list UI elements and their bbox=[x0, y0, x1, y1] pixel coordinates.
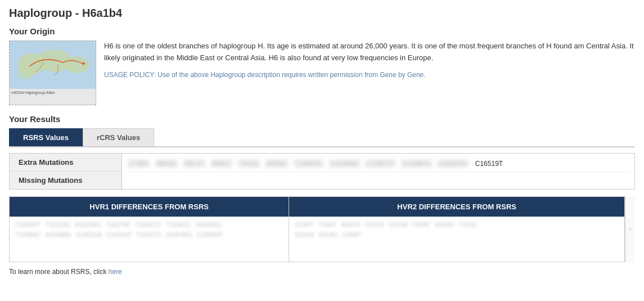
extra-val-6: 8503G bbox=[264, 159, 289, 168]
origin-description: H6 is one of the oldest branches of hapl… bbox=[104, 41, 635, 64]
hvr1-v7: A16482G bbox=[196, 221, 222, 228]
tabs-container: RSRS Values rCRS Values bbox=[9, 128, 635, 146]
results-section-title: Your Results bbox=[9, 114, 635, 124]
hvr2-v1: C195T bbox=[295, 221, 313, 228]
missing-mutations-values bbox=[127, 172, 630, 187]
page-title: Haplogroup - H6a1b4 bbox=[9, 7, 635, 20]
origin-section-title: Your Origin bbox=[9, 26, 635, 36]
extra-mutations-label: Extra Mutations bbox=[10, 154, 121, 172]
footer-text: To learn more about RSRS, click bbox=[9, 268, 106, 276]
mutations-table: Extra Mutations Missing Mutations 1738A … bbox=[9, 153, 635, 190]
hvr2-content: C195T T204C A247G C522A G523A T489C A263… bbox=[289, 217, 624, 262]
extra-val-9: C14872T bbox=[364, 159, 397, 168]
hvr1-v1: C16069T bbox=[15, 221, 40, 228]
hvr1-row-2: T16484C A16488G G16521A C16524T T16527C … bbox=[15, 231, 283, 238]
mutations-values: 1738A 3842G 4917C 6081T 7243A 8503G T106… bbox=[122, 154, 634, 189]
hvr2-v6: T489C bbox=[412, 221, 431, 228]
hvr1-v10: G16521A bbox=[76, 231, 102, 238]
hvr2-v5: G523A bbox=[388, 221, 407, 228]
hvr1-v8: T16484C bbox=[15, 231, 40, 238]
extra-mutations-values: 1738A 3842G 4917C 6081T 7243A 8503G T106… bbox=[127, 156, 630, 172]
hvr1-v3: A16230G bbox=[75, 221, 101, 228]
hvr2-v9: G316A bbox=[295, 231, 314, 238]
extra-val-7: T10663C bbox=[292, 159, 325, 168]
extra-val-visible: C16519T bbox=[473, 159, 505, 168]
hvr1-v5: C16311T bbox=[136, 221, 161, 228]
origin-section: Your Origin bbox=[9, 26, 635, 105]
hvr1-v9: A16488G bbox=[45, 231, 71, 238]
hvr2-block: HVR2 DIFFERENCES FROM RSRS C195T T204C A… bbox=[289, 196, 625, 262]
hvr2-v4: C522A bbox=[365, 221, 384, 228]
mutation-labels: Extra Mutations Missing Mutations bbox=[10, 154, 122, 189]
hvr1-v13: A16548G bbox=[166, 231, 192, 238]
hvr2-v11: C408T bbox=[343, 231, 361, 238]
hvr2-v3: A247G bbox=[341, 221, 360, 228]
extra-val-1: 1738A bbox=[127, 159, 151, 168]
hvr2-v10: A318G bbox=[319, 231, 338, 238]
extra-val-4: 6081T bbox=[210, 159, 233, 168]
hvr2-v8: T310C bbox=[459, 221, 478, 228]
hvr1-header: HVR1 DIFFERENCES FROM RSRS bbox=[10, 197, 289, 217]
tab-rcrs[interactable]: rCRS Values bbox=[83, 128, 154, 146]
usage-policy: USAGE POLICY: Use of the above Haplogrou… bbox=[104, 70, 635, 80]
hvr2-v2: T204C bbox=[318, 221, 336, 228]
missing-empty bbox=[127, 176, 128, 183]
hvr2-v7: A263G bbox=[435, 221, 454, 228]
extra-val-2: 3842G bbox=[154, 159, 179, 168]
hvr1-row-1: C16069T T16126C A16230G T16278C C16311T … bbox=[15, 221, 283, 228]
hvr2-row-1: C195T T204C A247G C522A G523A T489C A263… bbox=[295, 221, 619, 228]
origin-content: mtDNA Haplogroup Atlas H6 is one of the … bbox=[9, 41, 635, 105]
svg-point-3 bbox=[65, 56, 89, 73]
extra-val-10: G15987A bbox=[400, 159, 433, 168]
hvr2-row-2: G316A A318G C408T bbox=[295, 231, 619, 238]
extra-val-5: 7243A bbox=[237, 159, 261, 168]
hvr-overflow-indicator: › bbox=[625, 196, 635, 262]
hvr1-v2: T16126C bbox=[45, 221, 70, 228]
missing-mutations-label: Missing Mutations bbox=[10, 172, 121, 189]
origin-text: H6 is one of the oldest branches of hapl… bbox=[104, 41, 635, 80]
page-container: Haplogroup - H6a1b4 Your Origin bbox=[0, 0, 644, 282]
tab-divider bbox=[9, 146, 635, 147]
hvr1-v4: T16278C bbox=[106, 221, 131, 228]
extra-val-8: A12345G bbox=[328, 159, 361, 168]
map-graphic bbox=[10, 41, 96, 89]
hvr-section: HVR1 DIFFERENCES FROM RSRS C16069T T1612… bbox=[9, 196, 635, 262]
footer-link[interactable]: here bbox=[109, 268, 122, 276]
hvr1-block: HVR1 DIFFERENCES FROM RSRS C16069T T1612… bbox=[9, 196, 289, 262]
footer-note: To learn more about RSRS, click here bbox=[9, 268, 635, 276]
mutations-row: Extra Mutations Missing Mutations 1738A … bbox=[10, 154, 634, 189]
hvr1-v6: T16362C bbox=[166, 221, 191, 228]
tab-rsrs[interactable]: RSRS Values bbox=[9, 128, 83, 146]
results-section: Your Results RSRS Values rCRS Values Ext… bbox=[9, 114, 635, 276]
svg-point-4 bbox=[18, 65, 35, 79]
extra-val-11: A16203G bbox=[436, 159, 470, 168]
hvr1-content: C16069T T16126C A16230G T16278C C16311T … bbox=[10, 217, 289, 262]
hvr1-v11: C16524T bbox=[106, 231, 132, 238]
map-image: mtDNA Haplogroup Atlas bbox=[9, 41, 96, 105]
overflow-arrow: › bbox=[629, 226, 631, 232]
hvr1-v12: T16527C bbox=[137, 231, 162, 238]
hvr1-v14: C16569T bbox=[197, 231, 222, 238]
extra-val-3: 4917C bbox=[182, 159, 206, 168]
hvr2-header: HVR2 DIFFERENCES FROM RSRS bbox=[289, 197, 624, 217]
map-footer: mtDNA Haplogroup Atlas bbox=[10, 89, 96, 97]
